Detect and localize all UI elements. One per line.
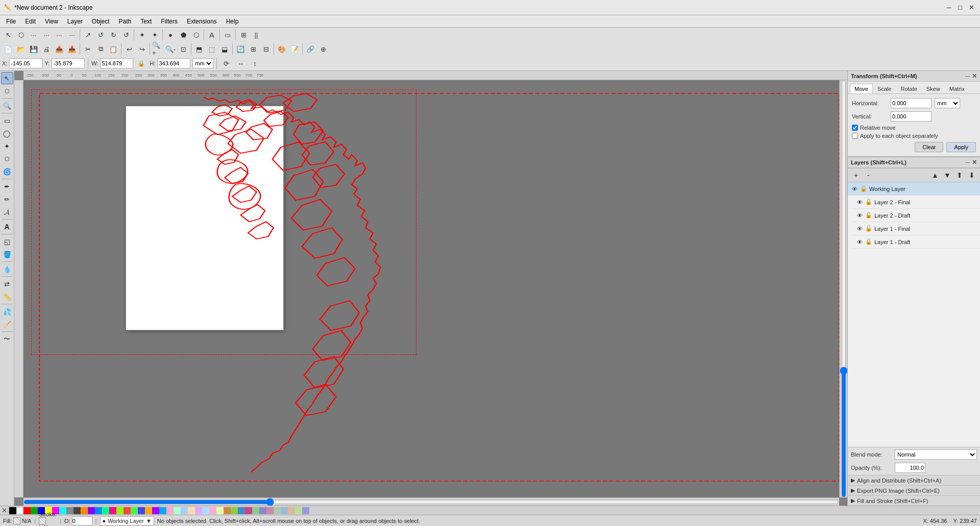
menu-extensions[interactable]: Extensions (183, 17, 221, 26)
undo-btn[interactable]: ↩ (123, 43, 135, 55)
layer-eye-2final[interactable]: 👁 (856, 199, 863, 206)
layer-item-2final[interactable]: 👁 🔓 Layer 2 - Final (853, 196, 980, 209)
snap2-btn[interactable]: ⊕ (317, 43, 329, 55)
h-input[interactable] (157, 58, 190, 68)
relative-move-checkbox[interactable] (852, 125, 858, 131)
save-btn[interactable]: 💾 (28, 43, 40, 55)
tool-btn-16[interactable]: A (206, 29, 218, 41)
fill-stroke-panel[interactable]: ▶ Fill and Stroke (Shift+Ctrl+F) (848, 495, 980, 506)
palette-color-9[interactable] (74, 507, 81, 514)
layer-eye-working[interactable]: 👁 (851, 185, 858, 193)
palette-color-31[interactable] (231, 507, 238, 514)
align-distribute-panel[interactable]: ▶ Align and Distribute (Shift+Ctrl+A) (848, 475, 980, 485)
palette-color-7[interactable] (59, 507, 66, 514)
flip-h-btn[interactable]: ↔ (234, 57, 247, 69)
connector-tool[interactable]: ⇄ (1, 278, 13, 290)
palette-color-38[interactable] (281, 507, 288, 514)
palette-color-23[interactable] (174, 507, 181, 514)
layers-panel-controls[interactable]: ─ ✕ (965, 159, 977, 166)
horizontal-input[interactable] (891, 98, 932, 108)
transform-tabs[interactable]: Move Scale Rotate Skew Matrix (848, 82, 980, 94)
import-btn[interactable]: 📤 (53, 43, 65, 55)
tool-btn-3[interactable]: ··· (28, 29, 40, 41)
menu-layer[interactable]: Layer (63, 17, 87, 26)
tool-btn-18[interactable]: ⊞ (237, 29, 250, 41)
flip-v-btn[interactable]: ↕ (249, 57, 261, 69)
palette-color-24[interactable] (181, 507, 188, 514)
tab-move[interactable]: Move (850, 84, 873, 93)
zoom-tool[interactable]: 🔍 (1, 100, 13, 112)
palette-color-8[interactable] (66, 507, 74, 514)
layer-up-btn[interactable]: ▲ (930, 170, 940, 180)
tab-matrix[interactable]: Matrix (945, 84, 969, 93)
layer-item-working[interactable]: 👁 🔓 Working Layer (848, 182, 980, 196)
zoom-in-btn[interactable]: 🔍+ (152, 43, 164, 55)
redo-btn[interactable]: ↪ (136, 43, 148, 55)
tool-btn-13[interactable]: ● (164, 29, 177, 41)
close-button[interactable]: ✕ (967, 3, 976, 12)
layer-lock-2draft[interactable]: 🔓 (865, 212, 872, 219)
layer-item-1final[interactable]: 👁 🔓 Layer 1 - Final (853, 222, 980, 235)
remove-layer-btn[interactable]: - (863, 170, 873, 180)
tool-btn-12[interactable]: ✦ (149, 29, 161, 41)
apply-each-checkbox[interactable] (852, 133, 858, 139)
transform-coords-btn[interactable]: ⟳ (220, 57, 232, 69)
circle-tool[interactable]: ◯ (1, 127, 13, 139)
palette-color-12[interactable] (95, 507, 102, 514)
tool-btn-17[interactable]: ▭ (222, 29, 234, 41)
layer-item-2draft[interactable]: 👁 🔓 Layer 2 - Draft (853, 209, 980, 222)
align-top-btn[interactable]: ⬒ (193, 43, 205, 55)
tool-btn-10[interactable]: ↺ (120, 29, 132, 41)
menu-help[interactable]: Help (222, 17, 243, 26)
palette-color-26[interactable] (195, 507, 202, 514)
rect-tool[interactable]: ▭ (1, 114, 13, 127)
clear-button[interactable]: Clear (915, 142, 943, 152)
palette-color-34[interactable] (252, 507, 259, 514)
palette-color-14[interactable] (109, 507, 116, 514)
menu-path[interactable]: Path (115, 17, 136, 26)
maximize-button[interactable]: □ (955, 3, 965, 12)
open-btn[interactable]: 📂 (15, 43, 27, 55)
tool-btn-19[interactable]: || (250, 29, 262, 41)
tool-btn-11[interactable]: ✦ (136, 29, 148, 41)
unit-select[interactable]: mm px cm in pt (192, 58, 213, 68)
spiral-tool[interactable]: 🌀 (1, 165, 13, 178)
tool-btn-9[interactable]: ↻ (107, 29, 119, 41)
layer-lock-working[interactable]: 🔓 (860, 185, 867, 193)
transform-btn[interactable]: 🔄 (234, 43, 247, 55)
layer-eye-1draft[interactable]: 👁 (856, 238, 863, 246)
layer-lower-btn[interactable]: ⬇ (967, 170, 977, 180)
x-input[interactable] (9, 58, 42, 68)
menu-file[interactable]: File (2, 17, 20, 26)
palette-color-28[interactable] (209, 507, 216, 514)
export-btn[interactable]: 📥 (66, 43, 78, 55)
palette-color-33[interactable] (245, 507, 252, 514)
palette-color-27[interactable] (202, 507, 209, 514)
zoom-out-btn[interactable]: 🔍- (164, 43, 177, 55)
group-btn[interactable]: ⊞ (247, 43, 259, 55)
fill-stroke-btn[interactable]: 🎨 (276, 43, 288, 55)
menu-object[interactable]: Object (88, 17, 114, 26)
horizontal-unit[interactable]: mmpxin (935, 98, 960, 108)
align-bottom-btn[interactable]: ⬓ (218, 43, 231, 55)
ungroup-btn[interactable]: ⊟ (260, 43, 272, 55)
export-png-panel[interactable]: ▶ Export PNG Image (Shift+Ctrl+E) (848, 485, 980, 495)
lock-proportions-btn[interactable]: 🔒 (135, 57, 148, 69)
gradient-tool[interactable]: ◱ (1, 235, 13, 248)
calligraphy-tool[interactable]: 𝓐 (1, 206, 13, 218)
palette-color-2[interactable] (23, 507, 31, 514)
window-controls[interactable]: ─ □ ✕ (944, 3, 976, 12)
text-tool[interactable]: A (1, 221, 13, 233)
layer-eye-1final[interactable]: 👁 (856, 225, 863, 232)
align-center-h-btn[interactable]: ⬚ (206, 43, 218, 55)
xml-btn[interactable]: 📝 (288, 43, 301, 55)
vertical-input[interactable] (891, 111, 932, 122)
palette-color-41[interactable] (302, 507, 309, 514)
layer-eye-2draft[interactable]: 👁 (856, 212, 863, 219)
palette-color-15[interactable] (116, 507, 124, 514)
pen-tool[interactable]: ✒ (1, 180, 13, 193)
pencil-tool[interactable]: ✏ (1, 193, 13, 205)
transform-panel-controls[interactable]: ─ ✕ (965, 73, 977, 80)
layer-raise-btn[interactable]: ⬆ (954, 170, 965, 180)
tool-btn-8[interactable]: ↺ (94, 29, 107, 41)
